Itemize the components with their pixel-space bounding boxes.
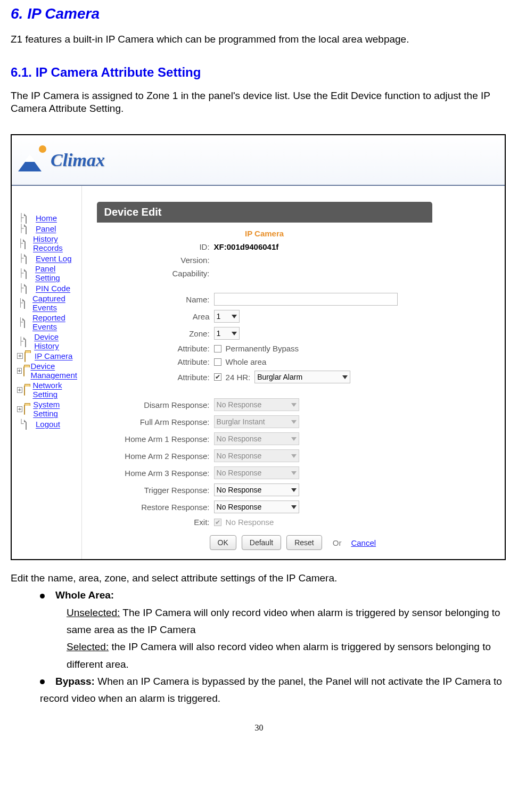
label-id: ID:: [97, 242, 214, 251]
chevron-down-icon: [232, 332, 237, 335]
nav-captured-events[interactable]: ├Captured Events: [14, 293, 81, 313]
nav-history[interactable]: ├History Records: [14, 234, 81, 253]
label-attribute: Attribute:: [97, 357, 214, 366]
homearm2-select: No Response: [214, 449, 299, 462]
selected-label: Selected:: [67, 641, 109, 652]
subsection-paragraph: The IP Camera is assigned to Zone 1 in t…: [11, 89, 507, 116]
nav-device-management[interactable]: +Device Management: [14, 361, 81, 380]
nav-logout[interactable]: └Logout: [14, 419, 81, 429]
whole-area-checkbox[interactable]: [214, 358, 221, 366]
whole-area-selected: Selected: the IP Camera will also record…: [67, 638, 507, 673]
nav-panel[interactable]: ├Panel: [14, 223, 81, 234]
row-fullarm: Full Arm Response: Burglar Instant: [97, 413, 432, 430]
row-restore: Restore Response: No Response: [97, 498, 432, 515]
nav-label: Device History: [34, 332, 81, 350]
chevron-down-icon: [291, 403, 297, 407]
row-zone: Zone: 1: [97, 325, 432, 342]
nav-panel-setting[interactable]: ├Panel Setting: [14, 264, 81, 283]
nav-device-history[interactable]: ├Device History: [14, 332, 81, 351]
device-heading: IP Camera: [97, 223, 432, 240]
logo-icon: [17, 145, 46, 175]
zone-select[interactable]: 1: [214, 327, 240, 340]
area-select[interactable]: 1: [214, 310, 240, 323]
folder-icon: [24, 386, 25, 396]
reset-button[interactable]: Reset: [286, 535, 322, 550]
nav-label: Device Management: [30, 362, 81, 380]
homearm3-select: No Response: [214, 466, 299, 479]
doc-icon: [26, 254, 27, 264]
value-id: XF:001d9406041f: [214, 242, 279, 251]
bypass-label: Permanently Bypass: [226, 344, 299, 353]
chevron-down-icon: [291, 488, 297, 492]
bullet-icon: [40, 594, 45, 598]
layout-row: ├Home ├Panel ├History Records ├Event Log…: [12, 186, 505, 559]
bullet-whole-area: Whole Area:: [40, 587, 507, 604]
label-exit: Exit:: [97, 518, 214, 527]
nav-event-log[interactable]: ├Event Log: [14, 253, 81, 264]
chevron-down-icon: [291, 454, 297, 458]
page-number: 30: [11, 723, 507, 733]
panel-title: Device Edit: [97, 202, 432, 223]
expand-icon[interactable]: +: [17, 387, 22, 393]
nav-label: System Setting: [33, 400, 81, 418]
nav-label: Panel Setting: [35, 264, 81, 282]
nav-reported-events[interactable]: ├Reported Events: [14, 313, 81, 332]
nav-system-setting[interactable]: +System Setting: [14, 399, 81, 419]
label-area: Area: [97, 312, 214, 321]
ok-button[interactable]: OK: [210, 535, 236, 550]
row-homearm2: Home Arm 2 Response: No Response: [97, 447, 432, 464]
nav-network-setting[interactable]: +Network Setting: [14, 380, 81, 399]
unselected-text: The IP Camera will only record video whe…: [67, 607, 500, 635]
nav-pin-code[interactable]: ├PIN Code: [14, 283, 81, 293]
row-exit: Exit: ✔ No Response: [97, 515, 432, 529]
folder-icon: [24, 352, 26, 362]
brand-logo: Climax: [17, 145, 105, 175]
doc-icon: [26, 269, 27, 279]
bullet-title: Whole Area:: [55, 589, 114, 601]
row-attr-bypass: Attribute: Permanently Bypass: [97, 342, 432, 355]
chevron-down-icon: [232, 315, 237, 318]
row-version: Version:: [97, 253, 432, 267]
row-disarm: Disarm Response: No Response: [97, 396, 432, 413]
cancel-link[interactable]: Cancel: [351, 538, 376, 547]
bypass-checkbox[interactable]: [214, 345, 221, 352]
nav-label: IP Camera: [35, 351, 72, 360]
expand-icon[interactable]: +: [17, 353, 23, 359]
row-homearm1: Home Arm 1 Response: No Response: [97, 430, 432, 447]
logo-text: Climax: [51, 150, 105, 170]
doc-icon: [24, 318, 25, 328]
chevron-down-icon: [291, 437, 297, 441]
doc-icon: [26, 224, 27, 234]
name-input[interactable]: [214, 293, 398, 306]
row-homearm3: Home Arm 3 Response: No Response: [97, 464, 432, 481]
label-fullarm: Full Arm Response:: [97, 417, 214, 426]
24hr-type-select[interactable]: Burglar Alarm: [254, 371, 350, 383]
nav-label: Captured Events: [32, 294, 81, 312]
exit-checkbox: ✔: [214, 519, 221, 526]
nav-sidebar: ├Home ├Panel ├History Records ├Event Log…: [12, 186, 82, 559]
row-id: ID: XF:001d9406041f: [97, 240, 432, 253]
default-button[interactable]: Default: [242, 535, 281, 550]
24hr-checkbox[interactable]: ✔: [214, 373, 221, 381]
nav-label: Home: [36, 214, 57, 223]
selected-text: the IP Camera will also record video whe…: [67, 641, 491, 669]
chevron-down-icon: [291, 471, 297, 475]
doc-icon: [26, 284, 27, 294]
label-version: Version:: [97, 256, 214, 265]
button-row: OK Default Reset Or Cancel: [210, 529, 506, 550]
trigger-select[interactable]: No Response: [214, 483, 299, 496]
expand-icon[interactable]: +: [17, 406, 22, 412]
restore-select[interactable]: No Response: [214, 501, 299, 513]
row-name: Name:: [97, 291, 432, 308]
nav-label: Logout: [36, 420, 60, 429]
app-header: Climax: [12, 135, 505, 186]
nav-label: Event Log: [36, 254, 72, 263]
nav-label: Network Setting: [32, 381, 81, 399]
label-homearm2: Home Arm 2 Response:: [97, 452, 214, 461]
nav-home[interactable]: ├Home: [14, 212, 81, 223]
expand-icon[interactable]: +: [17, 368, 22, 374]
nav-ip-camera[interactable]: +IP Camera: [14, 351, 81, 361]
whole-area-unselected: Unselected: The IP Camera will only reco…: [67, 604, 507, 639]
folder-icon: [23, 366, 24, 376]
nav-label: Panel: [36, 224, 56, 233]
